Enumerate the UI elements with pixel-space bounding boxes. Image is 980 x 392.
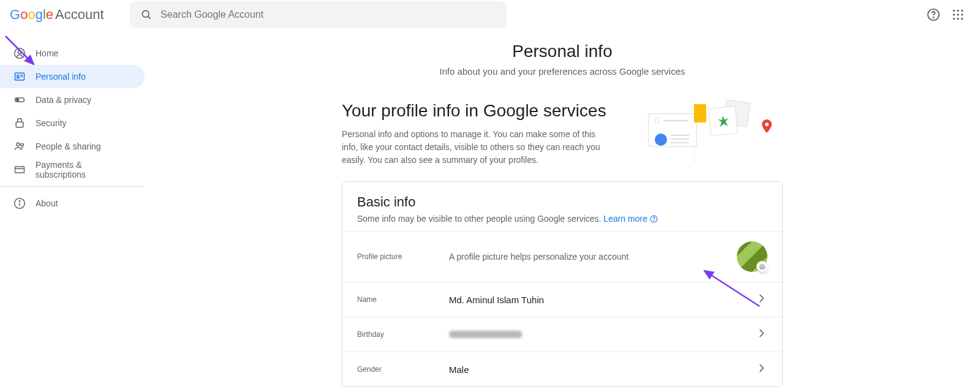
svg-line-5 [148, 17, 150, 19]
id-card-icon [13, 70, 26, 83]
nav-payments[interactable]: Payments & subscriptions [0, 158, 145, 181]
nav-label: Data & privacy [36, 95, 91, 105]
help-circle-icon[interactable] [650, 214, 658, 224]
svg-point-11 [953, 13, 955, 15]
section-title: Your profile info in Google services [342, 101, 611, 121]
logo[interactable]: Google Account [10, 7, 104, 23]
svg-point-24 [17, 99, 19, 101]
main-content: Personal info Info about you and your pr… [145, 29, 980, 392]
section-desc: Personal info and options to manage it. … [342, 128, 611, 167]
nav-personal-info[interactable]: Personal info [0, 65, 145, 88]
row-value: Md. Aminul Islam Tuhin [449, 295, 755, 305]
nav-people-sharing[interactable]: People & sharing [0, 135, 145, 158]
nav-home[interactable]: Home [0, 42, 145, 65]
header: Google Account [0, 0, 980, 29]
card-desc: Some info may be visible to other people… [357, 214, 767, 224]
nav-label: Security [36, 118, 67, 128]
lock-icon [13, 117, 26, 129]
page-title: Personal info [169, 42, 956, 61]
svg-point-7 [933, 17, 933, 18]
svg-point-20 [17, 75, 19, 77]
apps-grid-icon[interactable] [951, 7, 965, 22]
svg-point-16 [961, 18, 963, 20]
search-input[interactable] [160, 9, 496, 20]
svg-point-12 [957, 13, 959, 15]
svg-point-18 [18, 50, 21, 53]
row-gender[interactable]: Gender Male [342, 352, 782, 386]
nav-label: Personal info [36, 72, 86, 81]
row-label: Birthday [357, 330, 449, 339]
search-bar[interactable] [130, 1, 507, 28]
chevron-right-icon [755, 327, 767, 342]
svg-point-32 [19, 201, 20, 202]
user-circle-icon [13, 47, 26, 59]
nav-divider [0, 186, 145, 187]
sidebar: Home Personal info Data & privacy Securi… [0, 29, 145, 392]
camera-icon [756, 261, 767, 272]
nav-data-privacy[interactable]: Data & privacy [0, 88, 145, 111]
row-value: Male [449, 364, 755, 375]
profile-section: Your profile info in Google services Per… [342, 101, 783, 167]
card-header: Basic info Some info may be visible to o… [342, 182, 782, 231]
svg-point-36 [761, 266, 763, 268]
svg-point-27 [21, 143, 23, 146]
basic-info-card: Basic info Some info may be visible to o… [342, 181, 783, 387]
row-label: Gender [357, 365, 449, 374]
svg-point-15 [957, 18, 959, 20]
svg-point-8 [953, 10, 955, 12]
logo-account-text: Account [55, 7, 104, 23]
row-label: Name [357, 295, 449, 304]
people-icon [13, 140, 26, 153]
search-icon [140, 7, 154, 22]
row-label: Profile picture [357, 252, 449, 261]
svg-point-10 [961, 10, 963, 12]
learn-more-link[interactable]: Learn more [603, 214, 647, 224]
header-right [926, 7, 970, 22]
row-value [449, 330, 755, 340]
google-logo: Google [10, 7, 53, 23]
chevron-right-icon [755, 362, 767, 377]
redacted-value [449, 331, 522, 338]
svg-rect-28 [15, 167, 24, 173]
svg-point-26 [17, 143, 20, 146]
chevron-right-icon [755, 292, 767, 307]
toggle-icon [13, 94, 26, 106]
info-icon [13, 197, 26, 209]
nav-label: People & sharing [36, 141, 101, 151]
row-profile-picture[interactable]: Profile picture A profile picture helps … [342, 231, 782, 282]
svg-point-33 [765, 123, 769, 126]
svg-rect-25 [16, 122, 23, 127]
nav-label: Payments & subscriptions [36, 160, 130, 179]
row-desc: A profile picture helps personalize your… [449, 252, 737, 262]
svg-rect-19 [15, 73, 24, 80]
svg-point-13 [961, 13, 963, 15]
help-icon[interactable] [926, 7, 941, 22]
page-subtitle: Info about you and your preferences acro… [169, 66, 956, 77]
svg-point-9 [957, 10, 959, 12]
svg-point-35 [654, 221, 654, 221]
svg-point-14 [953, 18, 955, 20]
row-birthday[interactable]: Birthday [342, 317, 782, 352]
nav-about[interactable]: About [0, 192, 145, 215]
nav-security[interactable]: Security [0, 111, 145, 135]
svg-point-4 [142, 10, 149, 17]
card-icon [13, 164, 26, 176]
section-illustration [648, 101, 783, 162]
nav-label: Home [36, 48, 58, 58]
card-title: Basic info [357, 194, 767, 210]
nav-label: About [36, 198, 58, 208]
avatar[interactable] [737, 241, 767, 272]
row-name[interactable]: Name Md. Aminul Islam Tuhin [342, 282, 782, 317]
